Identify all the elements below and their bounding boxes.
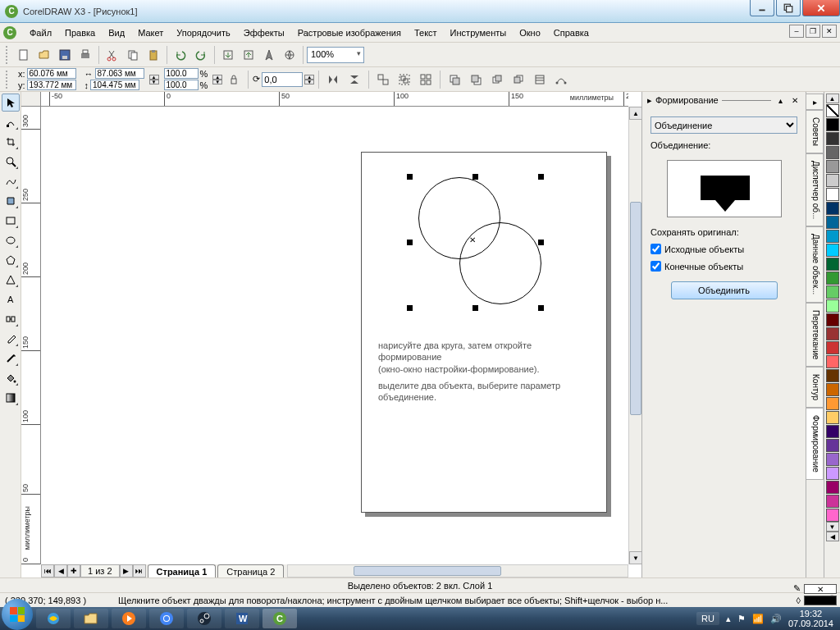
fill-swatch[interactable] — [804, 584, 837, 594]
docker-close-icon[interactable]: ✕ — [789, 94, 801, 106]
x-input[interactable] — [27, 68, 76, 79]
source-objects-checkbox[interactable]: Исходные объекты — [651, 244, 797, 254]
app-launcher-icon[interactable] — [259, 45, 279, 65]
lock-ratio-icon[interactable] — [224, 70, 244, 89]
color-swatch[interactable] — [826, 411, 839, 424]
palette-flyout-icon[interactable]: ◀ — [826, 532, 839, 541]
color-swatch[interactable] — [826, 160, 839, 173]
freehand-tool-icon[interactable] — [2, 172, 20, 190]
palette-down-icon[interactable]: ▼ — [826, 522, 839, 532]
export-icon[interactable] — [239, 45, 258, 65]
zoom-combo[interactable]: 100% — [307, 47, 364, 63]
drawing-objects[interactable]: ✕ — [410, 177, 558, 325]
color-swatch[interactable] — [826, 285, 839, 299]
scale-spinner[interactable]: ▲▼ — [212, 75, 222, 84]
menu-bitmaps[interactable]: Растровые изображения — [291, 25, 408, 40]
color-swatch[interactable] — [826, 425, 839, 438]
smart-fill-icon[interactable] — [2, 192, 20, 210]
crop-tool-icon[interactable] — [2, 133, 20, 151]
menu-layout[interactable]: Макет — [131, 25, 170, 40]
outline-color-icon[interactable]: ◊ — [797, 596, 801, 605]
scrollbar-horizontal[interactable] — [287, 564, 628, 578]
copy-icon[interactable] — [123, 45, 143, 65]
menu-window[interactable]: Окно — [513, 25, 547, 40]
last-page-button[interactable]: ⏭ — [133, 564, 146, 578]
eyedropper-icon[interactable] — [2, 330, 20, 348]
y-input[interactable] — [27, 80, 76, 90]
scroll-thumb-v[interactable] — [630, 202, 641, 415]
mdi-close[interactable]: ✕ — [822, 25, 837, 38]
text-tool-icon[interactable]: A — [2, 290, 20, 308]
shaping-operation-select[interactable]: Объединение — [651, 116, 797, 134]
apply-button[interactable]: Объединить — [671, 281, 778, 299]
menu-help[interactable]: Справка — [547, 25, 596, 40]
size-spinner[interactable]: ▲▼ — [149, 75, 159, 84]
fill-tool-icon[interactable] — [2, 369, 20, 387]
basic-shapes-icon[interactable] — [2, 271, 20, 289]
color-swatch[interactable] — [826, 104, 839, 117]
color-swatch[interactable] — [826, 118, 839, 131]
color-swatch[interactable] — [826, 369, 839, 382]
tray-volume-icon[interactable]: 🔊 — [770, 614, 782, 624]
propbar-handle[interactable] — [6, 71, 11, 89]
clock[interactable]: 19:32 07.09.2014 — [788, 609, 833, 628]
w-input[interactable] — [95, 68, 144, 79]
menu-tools[interactable]: Инструменты — [444, 25, 514, 40]
new-icon[interactable] — [14, 45, 34, 65]
docker-menu-icon[interactable]: ▴ — [774, 94, 786, 106]
palette-up-icon[interactable]: ▲ — [826, 94, 839, 103]
outline-pen-icon[interactable]: ✎ — [793, 583, 801, 594]
prev-page-button[interactable]: ◀ — [54, 564, 67, 578]
color-swatch[interactable] — [826, 132, 839, 145]
color-swatch[interactable] — [826, 216, 839, 229]
redo-icon[interactable] — [191, 45, 211, 65]
group-icon[interactable] — [395, 70, 414, 89]
to-back-icon[interactable] — [466, 70, 486, 89]
docker-tab-object-data[interactable]: Данные объек... — [806, 226, 824, 302]
color-swatch[interactable] — [826, 299, 839, 313]
color-swatch[interactable] — [826, 467, 839, 480]
scroll-down-icon[interactable]: ▼ — [629, 551, 641, 564]
add-page-button[interactable]: ✚ — [67, 564, 80, 578]
first-page-button[interactable]: ⏮ — [41, 564, 54, 578]
color-swatch[interactable] — [826, 313, 839, 326]
docker-tab-blend[interactable]: Перетекание — [806, 303, 824, 367]
color-swatch[interactable] — [826, 174, 839, 187]
polygon-tool-icon[interactable] — [2, 251, 20, 269]
task-corel-icon[interactable]: C — [262, 609, 297, 628]
start-button[interactable] — [2, 599, 33, 630]
outline-swatch[interactable] — [804, 596, 837, 605]
language-indicator[interactable]: RU — [696, 612, 719, 625]
ungroup-icon[interactable] — [373, 70, 393, 89]
shape-tool-icon[interactable] — [2, 113, 20, 131]
zoom-tool-icon[interactable] — [2, 153, 20, 171]
scalex-input[interactable] — [164, 68, 199, 79]
docker-tab-shaping[interactable]: Формирование — [806, 408, 824, 480]
color-swatch[interactable] — [826, 495, 839, 508]
task-word-icon[interactable]: W — [225, 609, 259, 628]
mirror-h-icon[interactable] — [323, 70, 343, 89]
rot-spinner[interactable]: ▲▼ — [304, 75, 314, 84]
ellipse-tool-icon[interactable] — [2, 231, 20, 249]
canvas[interactable]: ✕ нарисуйте два круга, затем откройте фо… — [41, 107, 628, 564]
convert-curves-icon[interactable] — [551, 70, 571, 89]
ruler-horizontal[interactable]: миллиметры -50050100150200250 — [41, 92, 628, 107]
undo-icon[interactable] — [171, 45, 190, 65]
docker-tab-object-manager[interactable]: Диспетчер об... — [806, 153, 824, 226]
to-front-icon[interactable] — [445, 70, 464, 89]
color-swatch[interactable] — [826, 481, 839, 494]
menu-arrange[interactable]: Упорядочить — [170, 25, 236, 40]
interactive-fill-icon[interactable] — [2, 389, 20, 407]
color-swatch[interactable] — [826, 202, 839, 215]
tray-network-icon[interactable]: 📶 — [752, 614, 764, 624]
outline-tool-icon[interactable] — [2, 349, 20, 368]
color-swatch[interactable] — [826, 341, 839, 354]
scroll-thumb-h[interactable] — [354, 566, 501, 576]
toolbar-handle[interactable] — [6, 46, 11, 64]
scroll-up-icon[interactable]: ▲ — [629, 107, 641, 120]
ungroup-all-icon[interactable] — [416, 70, 436, 89]
color-swatch[interactable] — [826, 355, 839, 368]
page-tab-2[interactable]: Страница 2 — [217, 564, 284, 578]
tray-action-center-icon[interactable]: ⚑ — [737, 614, 746, 624]
color-swatch[interactable] — [826, 272, 839, 285]
